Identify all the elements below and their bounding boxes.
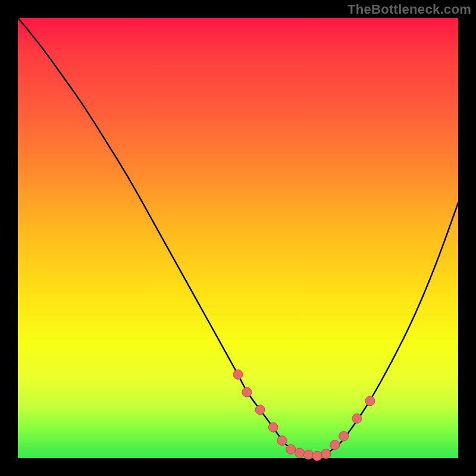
- watermark-text: TheBottleneck.com: [347, 2, 471, 17]
- marker-point: [330, 440, 340, 450]
- marker-point: [255, 405, 265, 415]
- marker-point: [242, 387, 252, 397]
- marker-point: [339, 431, 349, 441]
- marker-point: [286, 444, 296, 454]
- marker-point: [321, 449, 331, 459]
- marker-point: [312, 451, 322, 461]
- bottleneck-curve: [18, 18, 458, 455]
- plot-area: [18, 18, 458, 458]
- marker-point: [365, 396, 375, 406]
- marker-point: [352, 414, 362, 423]
- marker-point: [295, 448, 305, 458]
- marker-point: [233, 369, 243, 379]
- curve-svg: [18, 18, 458, 458]
- marker-point: [268, 422, 278, 432]
- chart-frame: TheBottleneck.com: [0, 0, 476, 476]
- marker-point: [277, 436, 287, 445]
- marker-group: [233, 369, 375, 461]
- marker-point: [303, 450, 313, 459]
